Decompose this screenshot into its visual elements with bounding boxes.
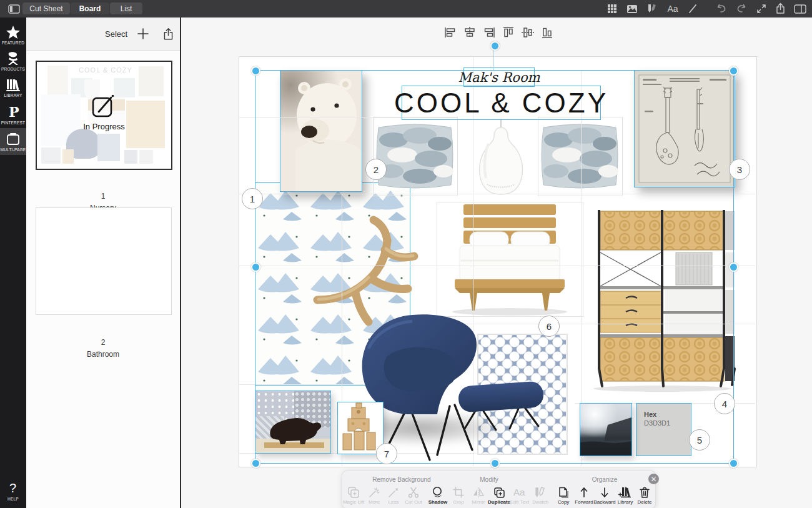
sidebar-item-products[interactable]: PRODUCTS xyxy=(0,48,26,74)
align-left-button[interactable] xyxy=(443,25,457,40)
fullscreen-icon xyxy=(756,4,766,14)
cut-out-button[interactable]: Cut Out xyxy=(403,486,424,505)
duplicate-button[interactable]: Duplicate xyxy=(488,486,510,505)
share-icon xyxy=(776,2,785,14)
edit-page-icon xyxy=(91,93,117,119)
undo-button[interactable] xyxy=(714,3,729,14)
delete-button[interactable]: Delete xyxy=(634,486,655,505)
item-badge-5: 5 xyxy=(689,429,710,451)
selection-handle-top-left[interactable] xyxy=(251,66,260,76)
panel-toggle-button[interactable] xyxy=(792,3,808,14)
scissors-icon xyxy=(407,486,420,499)
pages-panel: Select COOL & COZY xyxy=(26,17,180,508)
magic-lift-button[interactable]: Magic Lift xyxy=(343,486,364,505)
page-thumbnail-bathroom[interactable] xyxy=(36,207,172,315)
panel-toggle-icon xyxy=(794,4,806,14)
item-badge-2: 2 xyxy=(365,159,387,180)
fullscreen-button[interactable] xyxy=(754,2,769,14)
shadow-icon xyxy=(431,486,445,499)
selection-handle-bottom-center[interactable] xyxy=(490,459,500,468)
add-page-button[interactable] xyxy=(134,23,152,44)
pages-icon xyxy=(6,132,21,146)
tab-list[interactable]: List xyxy=(110,2,142,14)
export-page-button[interactable] xyxy=(159,23,177,44)
page-number: 1 xyxy=(26,192,180,201)
edit-text-icon: Aa xyxy=(512,486,527,499)
align-right-button[interactable] xyxy=(482,25,496,40)
trash-icon xyxy=(638,486,651,499)
share-icon xyxy=(163,27,174,41)
selection-handle-bottom-right[interactable] xyxy=(729,459,738,468)
select-button[interactable]: Select xyxy=(105,29,127,39)
sidebar-item-help[interactable]: ? HELP xyxy=(0,477,26,504)
arrow-down-icon xyxy=(598,486,611,499)
sidebar-toggle-button[interactable] xyxy=(6,3,21,14)
swatch-button[interactable] xyxy=(645,2,660,14)
pinterest-icon: P xyxy=(6,104,20,119)
swatch-tool-icon xyxy=(534,486,547,499)
grid-icon xyxy=(607,4,617,14)
tab-board[interactable]: Board xyxy=(71,2,109,14)
share-button[interactable] xyxy=(773,2,788,15)
text-tool-icon: Aa xyxy=(667,4,678,14)
sidebar-item-pinterest[interactable]: P PINTEREST xyxy=(0,101,26,128)
plus-icon xyxy=(137,27,149,40)
section-title-organize: Organize xyxy=(580,476,630,483)
tab-board-label: Board xyxy=(79,4,101,13)
swatch-tool-button[interactable]: Swatch xyxy=(530,486,551,505)
section-title-remove-background: Remove Background xyxy=(361,476,442,483)
svg-text:?: ? xyxy=(9,481,16,495)
align-right-icon xyxy=(483,27,495,38)
books-icon xyxy=(6,78,21,92)
align-center-vertical-button[interactable] xyxy=(521,25,535,40)
more-button[interactable]: More xyxy=(364,486,385,505)
crop-icon xyxy=(452,486,465,499)
crop-button[interactable]: Crop xyxy=(448,486,469,505)
rail-label-library: LIBRARY xyxy=(4,93,22,97)
forward-button[interactable]: Forward xyxy=(573,486,595,505)
tab-cut-sheet[interactable]: Cut Sheet xyxy=(22,2,70,14)
sidebar-item-library[interactable]: LIBRARY xyxy=(0,74,26,101)
page-thumbnail-nursery[interactable]: COOL & COZY In Progress xyxy=(36,61,172,170)
svg-text:Aa: Aa xyxy=(513,487,525,497)
library-add-button[interactable]: Library xyxy=(615,486,636,505)
copy-icon xyxy=(557,486,570,499)
mirror-button[interactable]: Mirror xyxy=(468,486,489,505)
selection-handle-bottom-left[interactable] xyxy=(251,459,260,468)
redo-icon xyxy=(736,4,747,14)
rail-label-multi-page: MULTI-PAGE xyxy=(1,147,26,152)
rail-label-pinterest: PINTEREST xyxy=(1,121,25,125)
edit-text-button[interactable]: Aa Edit Text xyxy=(509,486,530,505)
selection-handle-mid-right[interactable] xyxy=(729,262,738,272)
rotate-handle[interactable] xyxy=(490,41,500,51)
redo-button[interactable] xyxy=(734,3,749,14)
rail-label-help: HELP xyxy=(7,497,19,501)
selection-rectangle[interactable] xyxy=(255,70,734,464)
align-top-icon xyxy=(503,26,514,39)
section-title-modify: Modify xyxy=(464,476,514,483)
tab-list-label: List xyxy=(121,4,132,13)
selection-handle-top-right[interactable] xyxy=(729,66,738,76)
backward-button[interactable]: Backward xyxy=(594,486,615,505)
text-tool-button[interactable]: Aa xyxy=(665,2,681,14)
sidebar-item-featured[interactable]: FEATURED xyxy=(0,21,26,48)
question-icon: ? xyxy=(6,481,20,496)
selection-handle-mid-left[interactable] xyxy=(251,262,260,272)
grid-button[interactable] xyxy=(605,3,620,14)
align-top-button[interactable] xyxy=(502,25,515,40)
draw-button[interactable] xyxy=(685,3,700,14)
image-button[interactable] xyxy=(625,3,640,14)
sidebar-toggle-icon xyxy=(8,4,20,14)
sidebar-item-multi-page[interactable]: MULTI-PAGE xyxy=(0,128,26,155)
align-bottom-button[interactable] xyxy=(540,25,554,40)
page-name: Bathroom xyxy=(26,350,180,359)
copy-button[interactable]: Copy xyxy=(553,486,574,505)
page-number: 2 xyxy=(26,338,180,347)
less-button[interactable]: Less xyxy=(383,486,404,505)
close-toolbar-button[interactable]: ✕ xyxy=(648,474,659,484)
shadow-button[interactable]: Shadow xyxy=(427,486,448,505)
alignment-toolbar xyxy=(443,25,554,41)
arrow-up-icon xyxy=(578,486,590,499)
align-center-horizontal-button[interactable] xyxy=(463,25,477,40)
swatch-icon xyxy=(647,3,658,14)
